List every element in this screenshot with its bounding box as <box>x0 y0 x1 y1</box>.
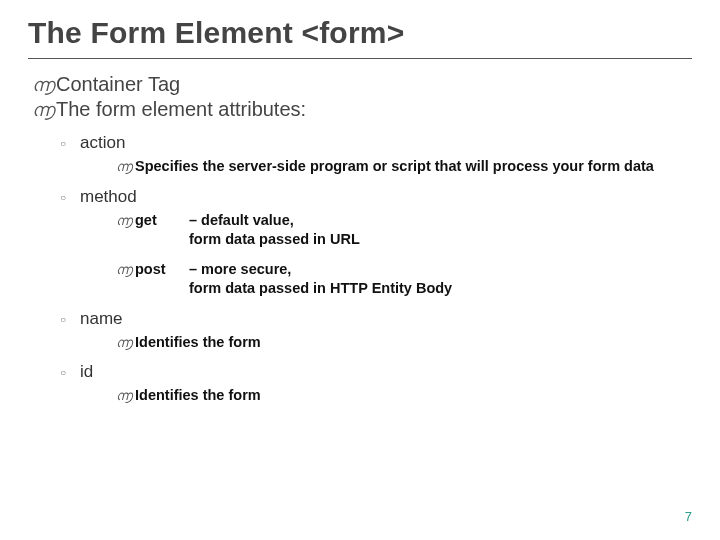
attr-desc: ൬ get – default value, form data passed … <box>116 211 692 299</box>
swirl-icon: ൬ <box>116 158 132 176</box>
attribute-list: ○ action ൬ Specifies the server-side pro… <box>60 133 692 406</box>
swirl-icon: ൬ <box>32 100 50 121</box>
attr-name: name <box>80 309 123 329</box>
list-item: ൬ Identifies the form <box>116 386 692 406</box>
desc-text: Identifies the form <box>135 386 692 406</box>
attr-desc: ൬ Identifies the form <box>116 386 692 406</box>
swirl-icon: ൬ <box>116 262 132 278</box>
swirl-icon: ൬ <box>116 387 132 405</box>
attr-desc: ൬ Identifies the form <box>116 333 692 353</box>
attr-desc: ൬ Specifies the server-side program or s… <box>116 157 692 177</box>
circle-icon: ○ <box>60 193 74 203</box>
slide: The Form Element <form> ൬ Container Tag … <box>0 0 720 540</box>
page-title: The Form Element <form> <box>28 16 692 50</box>
desc-text: Specifies the server-side program or scr… <box>135 157 692 177</box>
kv-val: – more secure, form data passed in HTTP … <box>189 260 452 299</box>
list-item: ○ action <box>60 133 692 153</box>
list-item: ൬ Identifies the form <box>116 333 692 353</box>
kv-val: – default value, form data passed in URL <box>189 211 360 250</box>
desc-text: Identifies the form <box>135 333 692 353</box>
swirl-icon: ൬ <box>116 213 132 229</box>
list-item: ൬ post – more secure, form data passed i… <box>116 260 692 299</box>
title-divider <box>28 58 692 59</box>
list-item: ○ method <box>60 187 692 207</box>
bullet-text: The form element attributes: <box>56 98 306 121</box>
top-bullet-list: ൬ Container Tag ൬ The form element attri… <box>32 73 692 121</box>
swirl-icon: ൬ <box>116 334 132 352</box>
kv-key: get <box>135 212 189 228</box>
attr-name: method <box>80 187 137 207</box>
list-item: ൬ Container Tag <box>32 73 692 96</box>
list-item: ൬ Specifies the server-side program or s… <box>116 157 692 177</box>
attr-name: action <box>80 133 125 153</box>
bullet-text: Container Tag <box>56 73 180 96</box>
circle-icon: ○ <box>60 315 74 325</box>
list-item: ○ id <box>60 362 692 382</box>
circle-icon: ○ <box>60 368 74 378</box>
list-item: ൬ The form element attributes: <box>32 98 692 121</box>
kv-key: post <box>135 261 189 277</box>
swirl-icon: ൬ <box>32 75 50 96</box>
attr-name: id <box>80 362 93 382</box>
circle-icon: ○ <box>60 139 74 149</box>
list-item: ○ name <box>60 309 692 329</box>
list-item: ൬ get – default value, form data passed … <box>116 211 692 250</box>
page-number: 7 <box>685 509 692 524</box>
